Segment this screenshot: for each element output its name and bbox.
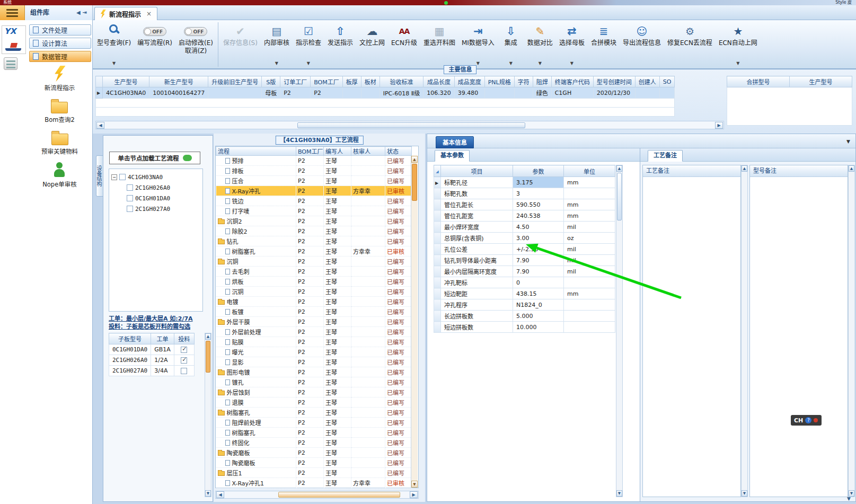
- param-row[interactable]: 最小内层隔离环宽度 7.90 mil: [434, 266, 615, 277]
- process-row[interactable]: X-Ray冲孔 P2 王琴 方幸幸 已审核: [216, 186, 412, 196]
- process-row[interactable]: 图形电镀 P2 王琴 已编写: [216, 367, 412, 377]
- param-unit[interactable]: mm: [564, 288, 615, 299]
- param-unit[interactable]: [564, 277, 615, 288]
- scroll-down-icon[interactable]: ▼: [411, 481, 418, 488]
- grid-column-header[interactable]: 阻焊: [533, 76, 551, 87]
- grid-cell[interactable]: [361, 87, 380, 99]
- scroll-up-icon[interactable]: ▲: [849, 165, 854, 172]
- tree-node[interactable]: 2C1GH027A0: [110, 204, 201, 214]
- subboard-row[interactable]: 2C1GH026A0 1/2A: [109, 355, 195, 366]
- grid-cell[interactable]: [342, 87, 361, 99]
- ime-help-icon[interactable]: ?: [805, 417, 811, 423]
- process-row[interactable]: 烘板 P2 王琴 已编写: [216, 277, 412, 287]
- scroll-right-icon[interactable]: ▶: [715, 122, 723, 129]
- grid-cell[interactable]: IPC-6018 Ⅱ级: [380, 87, 423, 99]
- subboard-model[interactable]: 0C1GH01DA0: [109, 344, 151, 355]
- subboard-order[interactable]: 1/2A: [151, 355, 174, 366]
- param-value[interactable]: 7.90: [513, 266, 564, 277]
- corner-caret-icon[interactable]: ▼: [847, 496, 851, 501]
- device-structure-vertical-tab[interactable]: 设备结构: [96, 155, 103, 197]
- tab-basic-params[interactable]: 基本参数: [435, 150, 470, 162]
- scroll-thumb[interactable]: [206, 341, 210, 373]
- process-row[interactable]: 终固化 P2 王琴 已编写: [216, 438, 412, 448]
- process-row[interactable]: 陶瓷磨板 P2 王琴 已编写: [216, 458, 412, 468]
- device-panel-vscrollbar[interactable]: ▲ ▼: [205, 333, 211, 497]
- toolbar-button[interactable]: ECN升级 ▼: [388, 22, 420, 67]
- grid-column-header[interactable]: 验收标准: [380, 76, 423, 87]
- panel-collapse-icons[interactable]: ◀⇥: [76, 5, 89, 20]
- scroll-left-icon[interactable]: ◀: [96, 122, 104, 129]
- scroll-up-icon[interactable]: ▲: [616, 165, 622, 172]
- param-value[interactable]: 240.538: [513, 210, 564, 222]
- tab-basic-info[interactable]: 基本信息: [436, 136, 474, 148]
- main-grid-selected-row[interactable]: ▶ 4C1GH03NA010010400164277母板P2P2IPC-6018…: [96, 87, 675, 99]
- tab-close-icon[interactable]: ×: [146, 10, 152, 17]
- param-unit[interactable]: mm: [564, 177, 615, 188]
- param-unit[interactable]: oz: [564, 233, 615, 244]
- grid-cell[interactable]: 4C1GH03NA0: [103, 87, 149, 99]
- param-unit[interactable]: mil: [564, 255, 615, 266]
- param-value[interactable]: 3.00: [513, 233, 564, 244]
- feed-checkbox[interactable]: [181, 357, 187, 364]
- expander-icon[interactable]: [111, 174, 117, 180]
- process-row[interactable]: X-Ray冲孔1 P2 王琴 方幸幸 已审核: [216, 478, 412, 488]
- process-column-header[interactable]: 核审人: [351, 147, 385, 156]
- scroll-down-icon[interactable]: ▼: [616, 490, 622, 497]
- grid-column-header[interactable]: 字符: [514, 76, 533, 87]
- param-column-header[interactable]: 参数: [513, 165, 564, 177]
- scroll-thumb[interactable]: [297, 122, 525, 128]
- grid-column-header[interactable]: SO: [659, 76, 675, 87]
- param-row[interactable]: 钻孔到导体最小距离 7.90 mil: [434, 255, 615, 266]
- grid-cell[interactable]: P2: [311, 87, 343, 99]
- process-row[interactable]: 曝光 P2 王琴 已编写: [216, 347, 412, 357]
- grid-column-header[interactable]: 终端客户代码: [551, 76, 593, 87]
- toolbar-button[interactable]: 合拼模块 ▼: [588, 22, 620, 67]
- toolbar-button[interactable]: 型号查询(F) ▼: [94, 22, 134, 67]
- scroll-right-icon[interactable]: ▶: [410, 491, 418, 498]
- param-row[interactable]: 短边靶距 438.15 mm: [434, 288, 615, 299]
- toolbar-button[interactable]: 选择母板 ▼: [556, 22, 588, 67]
- dropdown-arrow-icon[interactable]: ▼: [476, 61, 480, 66]
- sidebar-shortcut[interactable]: Bom查询2: [45, 99, 74, 123]
- param-value[interactable]: 0: [513, 277, 564, 288]
- param-item[interactable]: 孔位公差: [441, 244, 513, 255]
- param-item[interactable]: 最小内层隔离环宽度: [441, 266, 513, 277]
- dropdown-arrow-icon[interactable]: ▼: [112, 61, 116, 66]
- sidebar-nav-button[interactable]: 数据管理: [29, 51, 91, 62]
- scroll-thumb[interactable]: [412, 164, 417, 201]
- param-column-header[interactable]: 单位: [564, 165, 615, 177]
- toolbar-button[interactable]: 发送指示 ▼: [324, 22, 356, 67]
- scroll-up-icon[interactable]: ▲: [411, 156, 418, 163]
- feed-checkbox[interactable]: [181, 347, 187, 353]
- param-unit[interactable]: mil: [564, 266, 615, 277]
- process-row[interactable]: 电镀 P2 王琴 已编写: [216, 297, 412, 307]
- process-row[interactable]: 板镀 P2 王琴 已编写: [216, 307, 412, 317]
- process-row[interactable]: 压合 P2 王琴 已编写: [216, 176, 412, 186]
- sidebar-nav-button[interactable]: 设计算法: [29, 38, 91, 49]
- load-process-button[interactable]: 单击节点加载工艺流程: [109, 152, 200, 164]
- toolbar-button[interactable]: 修复ECN丢流程 ▼: [664, 22, 716, 67]
- toolbar-button[interactable]: 导出流程信息 ▼: [620, 22, 664, 67]
- process-row[interactable]: 排板 P2 王琴 已编写: [216, 166, 412, 176]
- feed-checkbox[interactable]: [181, 368, 187, 374]
- process-row[interactable]: 打字唛 P2 王琴 已编写: [216, 206, 412, 216]
- param-value[interactable]: 10.000: [513, 322, 564, 333]
- process-row[interactable]: 钻孔 P2 王琴 已编写: [216, 236, 412, 246]
- subboard-model[interactable]: 2C1GH027A0: [109, 366, 151, 376]
- grid-column-header[interactable]: 新生产型号: [149, 76, 208, 87]
- grid-column-header[interactable]: 创建人: [635, 76, 659, 87]
- scroll-up-icon[interactable]: ▲: [742, 165, 747, 172]
- model-notes-vscrollbar[interactable]: ▲ ▼: [848, 165, 855, 497]
- subboard-row[interactable]: 2C1GH027A0 3/4A: [109, 366, 195, 376]
- process-column-header[interactable]: 状态: [385, 147, 412, 156]
- grid-column-header[interactable]: 订单工厂: [280, 76, 311, 87]
- grid-cell[interactable]: [514, 87, 533, 99]
- tab-new-process-instruction[interactable]: 新流程指示 ×: [94, 7, 157, 20]
- process-row[interactable]: 除胶2 P2 王琴 已编写: [216, 226, 412, 236]
- dropdown-arrow-icon[interactable]: ▼: [307, 61, 310, 66]
- param-item[interactable]: 标靶孔数: [441, 188, 513, 199]
- grid-column-header[interactable]: BOM工厂: [311, 76, 343, 87]
- param-row[interactable]: 标靶孔数 3: [434, 188, 615, 199]
- grid-column-header[interactable]: 板厚: [342, 76, 361, 87]
- process-hscrollbar[interactable]: ◀ ▶: [215, 491, 419, 499]
